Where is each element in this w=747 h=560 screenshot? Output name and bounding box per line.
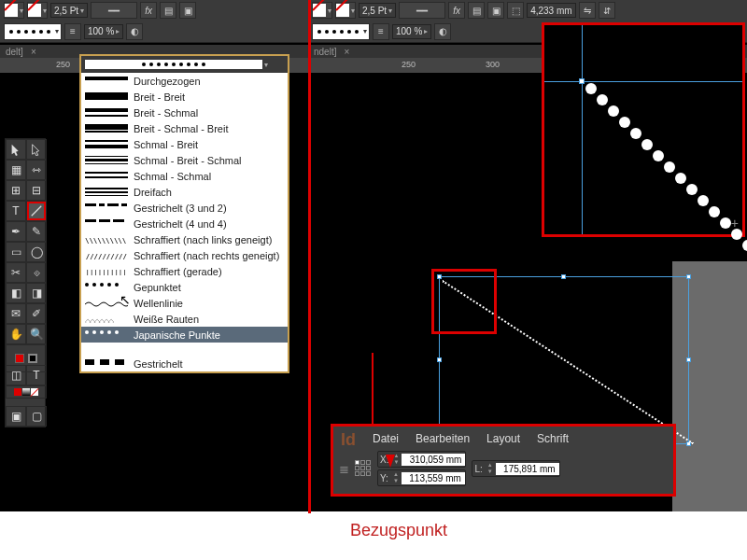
line-tool[interactable] [26,201,47,221]
stroke-type-label: Gestrichelt (3 und 2) [134,203,227,214]
menu-schrift[interactable]: Schrift [537,432,569,445]
stroke-type-item[interactable]: ||||||||||||Schraffiert (gerade) [81,263,288,279]
red-divider [308,0,311,513]
pen-tool[interactable]: ✒ [6,221,26,242]
cap-join-icon[interactable]: ━━ [399,2,445,19]
stroke-type-item[interactable]: Gestrichelt (4 und 4) [81,216,288,231]
formatting-text-icon[interactable]: T [26,365,47,385]
crop-icon[interactable]: ⬚ [507,2,524,19]
menu-bearbeiten[interactable]: Bearbeiten [416,432,470,445]
stroke-type-label: Weiße Rauten [134,314,199,325]
flip-v-icon[interactable]: ⇵ [599,2,615,19]
close-icon[interactable]: × [344,47,349,57]
flip-h-icon[interactable]: ⇋ [579,2,596,19]
zoom-tool[interactable]: 🔍 [26,324,47,344]
stroke-type-item[interactable]: Schmal - Schmal [81,168,288,184]
formatting-container-icon[interactable]: ◫ [6,365,26,385]
reference-point-grid[interactable] [355,460,372,477]
opacity-field[interactable]: 100 %▸ [84,24,123,39]
stroke-type-item[interactable]: Dreifach [81,184,288,200]
stroke-type-label: Schraffiert (gerade) [134,266,222,277]
dimension-field[interactable]: 4,233 mm [527,3,575,18]
stroke-weight-field[interactable]: 2,5 Pt▾ [50,3,88,18]
l-field[interactable]: L: ▲▼ 175,891 mm [472,460,559,477]
content-placer[interactable]: ⊟ [26,180,47,201]
type-tool[interactable]: T [6,201,26,221]
view-mode-normal[interactable]: ▣ [6,406,26,427]
rectangle-tool[interactable]: ▭ [6,242,26,262]
fx-button[interactable]: fx [140,2,157,19]
direct-select-tool[interactable] [26,139,47,160]
menu-layout[interactable]: Layout [486,432,520,445]
stepper-icon[interactable]: ▲▼ [486,462,494,475]
stroke-type-item[interactable]: Breit - Schmal [81,105,288,120]
gap-tool[interactable]: ⇿ [26,160,47,180]
color-chips[interactable] [6,385,47,399]
angle-icon[interactable]: ◐ [434,23,451,40]
stroke-type-header[interactable]: ▾ [81,56,288,73]
gradient-feather-tool[interactable]: ◨ [26,283,47,303]
opacity-value: 100 % [88,26,114,36]
stroke-type-item[interactable]: Durchgezogen [81,73,288,89]
stroke-type-item[interactable]: Schmal - Breit [81,136,288,152]
stroke-type-menu: ▾ DurchgezogenBreit - BreitBreit - Schma… [79,54,289,373]
stroke-weight-field[interactable]: 2,5 Pt▾ [359,3,396,18]
stroke-type-item[interactable]: Gepunktet [81,279,288,295]
stroke-type-item[interactable]: Breit - Breit [81,89,288,105]
stroke-type-item[interactable]: Breit - Schmal - Breit [81,120,288,136]
stroke-type-label: Dreifach [134,187,172,198]
stroke-type-item[interactable]: Schmal - Breit - Schmal [81,152,288,168]
free-transform-tool[interactable]: ⟐ [26,262,47,283]
opacity-field[interactable]: 100 %▸ [392,24,431,39]
stroke-type-item[interactable]: \\\\\\\\\\Schraffiert (nach links geneig… [81,231,288,247]
page-tool[interactable]: ▦ [6,160,26,180]
view-mode-preview[interactable]: ▢ [26,406,47,427]
hand-tool[interactable]: ✋ [6,324,26,344]
menu-datei[interactable]: Datei [373,432,399,445]
misc-icon[interactable]: ▤ [160,2,176,19]
stroke-type-item[interactable] [81,343,288,356]
stroke-type-label: Schmal - Breit [134,139,198,150]
fx-button[interactable]: fx [448,2,465,19]
stroke-type-label: Japanische Punkte [134,329,220,341]
content-collector[interactable]: ⊞ [6,180,26,201]
y-field[interactable]: Y: ▲▼ 113,559 mm [377,469,466,486]
note-tool[interactable]: ✉ [6,303,26,324]
scissors-tool[interactable]: ✂ [6,262,26,283]
text-wrap-icon[interactable]: ▣ [487,2,504,19]
stroke-type-item[interactable]: Gestrichelt [81,356,288,371]
selection-tool[interactable] [6,139,26,160]
stroke-icon[interactable]: ▾ [27,2,48,19]
ellipse-tool[interactable]: ◯ [26,242,47,262]
pencil-tool[interactable]: ✎ [26,221,47,242]
stroke-type-dropdown[interactable]: ▾ [312,23,370,40]
fill-none-icon[interactable]: ▾ [312,2,332,19]
app-id-icon: Id [341,430,356,450]
stroke-type-label: Breit - Breit [134,91,185,103]
stroke-type-label: Gestrichelt [134,358,183,370]
cap-join-icon[interactable]: ━━ [91,2,137,19]
stepper-icon[interactable]: ▲▼ [392,471,400,484]
eyedropper-tool[interactable]: ✐ [26,303,47,324]
stroke-type-item[interactable]: Wellenlinie [81,295,288,311]
stroke-type-dropdown[interactable]: ▾ [4,23,62,40]
angle-icon[interactable]: ◐ [126,23,143,40]
stroke-type-label: Gestrichelt (4 und 4) [134,218,227,230]
ruler-tick: 300 [486,60,500,69]
gradient-swatch-tool[interactable]: ◧ [6,283,26,303]
fill-none-icon[interactable]: ▾ [4,2,24,19]
stroke-type-item[interactable]: //////////Schraffiert (nach rechts genei… [81,247,288,263]
stroke-type-label: Schraffiert (nach links geneigt) [134,234,272,245]
stroke-type-item[interactable]: ◇◇◇◇◇◇Weiße Rauten [81,311,288,327]
close-icon[interactable]: × [31,47,36,57]
stroke-icon[interactable]: ▾ [335,2,356,19]
stroke-type-label: Schraffiert (nach rechts geneigt) [134,250,279,261]
stroke-type-item[interactable]: Japanische Punkte [81,327,288,343]
misc-icon[interactable]: ▤ [468,2,485,19]
svg-line-0 [32,206,42,217]
align-icon[interactable]: ≡ [373,23,389,40]
ruler-tick: 250 [56,60,70,69]
align-icon[interactable]: ≡ [64,23,81,40]
stroke-type-item[interactable]: Gestrichelt (3 und 2) [81,200,288,216]
text-wrap-icon[interactable]: ▣ [179,2,196,19]
